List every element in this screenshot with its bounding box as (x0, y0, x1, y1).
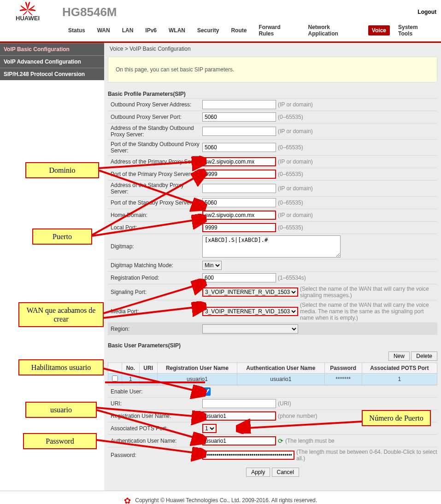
sidebar-voip-advanced[interactable]: VoIP Advanced Configuration (0, 55, 104, 68)
td-reg: usuario1 (157, 374, 237, 385)
hint-r5: (IP or domain) (278, 158, 313, 165)
section-basic-profile: Basic Profile Parameters(SIP) (108, 88, 437, 98)
lbl-signaling-port: Signaling Port: (108, 289, 202, 295)
td-no: 1 (122, 374, 140, 385)
nav-route[interactable]: Route (227, 25, 250, 35)
sel-signaling-port[interactable]: 3_VOIP_INTERNET_R_VID_1503 (202, 287, 298, 297)
th-pwd: Password (324, 363, 362, 374)
lbl-reg-user: Registration User Name: (108, 413, 202, 419)
nav-security[interactable]: Security (194, 25, 223, 35)
lbl-password: Password: (108, 452, 202, 458)
in-standby-out-addr[interactable] (202, 127, 276, 136)
td-auth: usuario1 (237, 374, 325, 385)
row-checkbox[interactable] (112, 375, 118, 381)
table-row[interactable]: 1 -- usuario1 usuario1 ******* 1 (108, 374, 437, 385)
logout-link[interactable]: Logout (417, 9, 436, 15)
delete-button[interactable]: Delete (411, 352, 437, 361)
td-uri: -- (139, 374, 157, 385)
nav-netapp[interactable]: Network Application (304, 22, 363, 39)
lbl-standby-addr: Address of the Standby Proxy Server: (108, 182, 202, 195)
in-user-uri[interactable] (202, 399, 276, 408)
in-primary-addr[interactable] (202, 157, 276, 166)
sel-media-port[interactable]: 3_VOIP_INTERNET_R_VID_1503 (202, 307, 298, 316)
hint-r8: (0–65535) (278, 199, 303, 206)
td-pots: 1 (362, 374, 437, 385)
sel-pots-port[interactable]: 1 (202, 424, 217, 433)
lbl-region: Region: (108, 326, 202, 332)
in-auth-user[interactable] (202, 436, 276, 445)
refresh-icon[interactable]: ⟳ (278, 437, 283, 445)
sidebar: VoIP Basic Configuration VoIP Advanced C… (0, 43, 104, 491)
lbl-digitmap-mode: Digitmap Matching Mode: (108, 262, 202, 269)
cancel-button[interactable]: Cancel (272, 468, 299, 477)
sel-digitmap-mode[interactable]: Min (202, 261, 222, 270)
hint-r9: (IP or domain) (278, 212, 313, 218)
lbl-home-domain: Home Domain: (108, 212, 202, 218)
lbl-media-port: Media Port: (108, 308, 202, 315)
apply-button[interactable]: Apply (246, 468, 270, 477)
in-outbound-port[interactable] (202, 112, 276, 122)
hint-r1: (IP or domain) (278, 101, 313, 108)
hint-r2: (0–65535) (278, 114, 303, 120)
in-standby-port[interactable] (202, 198, 276, 207)
footer-logo-icon: ✿ (124, 496, 131, 504)
lbl-outbound-addr: Outbound Proxy Server Address: (108, 101, 202, 108)
hint-r15: (Select the name of the WAN that will ca… (300, 302, 437, 321)
hint-u3: (phone number) (278, 413, 317, 419)
hint-r7: (IP or domain) (278, 185, 313, 192)
annot-wan: WAN que acabamos de crear (18, 302, 104, 327)
nav-voice[interactable]: Voice (368, 25, 390, 35)
in-outbound-addr[interactable] (202, 100, 276, 109)
new-button[interactable]: New (388, 352, 410, 361)
info-box: On this page, you can set basic SIP para… (108, 57, 437, 82)
lbl-digitmap: Digitmap: (108, 243, 202, 250)
in-password[interactable] (202, 451, 294, 460)
user-table: No. URI Registration User Name Authentic… (108, 363, 437, 385)
nav-status[interactable]: Status (65, 25, 89, 35)
th-pots: Associated POTS Port (362, 363, 437, 374)
nav-systools[interactable]: System Tools (394, 22, 436, 39)
annot-numpuerto: Número de Puerto (362, 410, 431, 426)
th-uri: URI (139, 363, 157, 374)
hint-u2: (URI) (278, 400, 291, 407)
nav-wlan[interactable]: WLAN (165, 25, 189, 35)
nav-wan[interactable]: WAN (94, 25, 114, 35)
annot-password: Password (23, 433, 97, 449)
footer: ✿ Copyright © Huawei Technologies Co., L… (0, 491, 441, 504)
nav-ipv6[interactable]: IPv6 (141, 25, 160, 35)
header: HUAWEI HG8546M Logout (0, 0, 441, 22)
th-auth: Authentication User Name (237, 363, 325, 374)
lbl-auth-user: Authentication User Name: (108, 438, 202, 444)
chk-enable-user[interactable] (202, 387, 211, 396)
breadcrumb: Voice > VoIP Basic Configuration (108, 43, 437, 55)
annot-habilitar: Habilitamos usuario (18, 359, 104, 375)
nav-forward[interactable]: Forward Rules (255, 22, 300, 39)
in-primary-port[interactable] (202, 170, 276, 179)
in-local-port[interactable] (202, 223, 276, 232)
th-no: No. (122, 363, 140, 374)
lbl-primary-port: Port of the Primary Proxy Server: (108, 171, 202, 177)
lbl-reg-period: Registration Period: (108, 275, 202, 281)
sel-region[interactable] (202, 324, 298, 334)
hint-r14: (Select the name of the WAN that will ca… (300, 286, 437, 299)
copyright: Copyright © Huawei Technologies Co., Ltd… (135, 497, 317, 504)
section-basic-user: Basic User Parameters(SIP) (108, 340, 437, 350)
in-reg-user[interactable] (202, 411, 276, 421)
in-home-domain[interactable] (202, 211, 276, 220)
lbl-standby-port: Port of the Standby Proxy Server: (108, 199, 202, 206)
annot-dominio: Dominio (25, 162, 99, 178)
in-standby-addr[interactable] (202, 184, 276, 193)
lbl-standby-out-addr: Address of the Standby Outbound Proxy Se… (108, 125, 202, 138)
nav-lan[interactable]: LAN (118, 25, 137, 35)
lbl-user-uri: URI: (108, 400, 202, 407)
hint-r10: (0–65535) (278, 224, 303, 231)
in-reg-period[interactable] (202, 273, 276, 282)
hint-r6: (0–65535) (278, 171, 303, 177)
annot-usuario: usuario (25, 402, 97, 418)
in-standby-out-port[interactable] (202, 143, 276, 152)
sidebar-sip-h248[interactable]: SIP/H.248 Protocol Conversion (0, 68, 104, 80)
in-digitmap[interactable]: [xABCD].S|[xABCD].# (202, 235, 341, 258)
sidebar-voip-basic[interactable]: VoIP Basic Configuration (0, 43, 104, 55)
hint-r4: (0–65535) (278, 144, 303, 151)
hint-u6: (The length must be between 0-64. Double… (296, 449, 437, 462)
